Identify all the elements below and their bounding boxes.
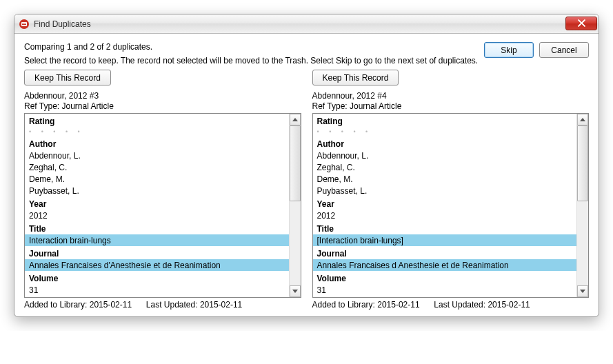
updated-value-right: 2015-02-11 bbox=[488, 300, 530, 310]
window-title: Find Duplicates bbox=[34, 19, 91, 29]
author-label: Author bbox=[313, 138, 577, 150]
cancel-button[interactable]: Cancel bbox=[539, 42, 589, 58]
added-label: Added to Library: bbox=[312, 300, 375, 310]
svg-rect-3 bbox=[22, 24, 26, 25]
pane-right: Keep This Record Abdennour, 2012 #4 Ref … bbox=[312, 70, 590, 310]
volume-value-right: 31 bbox=[313, 284, 577, 296]
instruction-text: Select the record to keep. The record no… bbox=[24, 56, 484, 65]
pane-left: Keep This Record Abdennour, 2012 #3 Ref … bbox=[24, 70, 301, 310]
author-value: Zeghal, C. bbox=[25, 161, 289, 173]
updated-label: Last Updated: bbox=[146, 300, 198, 310]
scroll-up-button[interactable] bbox=[290, 114, 301, 125]
year-value-right: 2012 bbox=[313, 210, 577, 221]
title-value-right: [Interaction brain-lungs] bbox=[313, 234, 577, 246]
footer-right: Added to Library: 2015-02-11 Last Update… bbox=[312, 300, 590, 310]
chevron-up-icon bbox=[292, 118, 298, 121]
dialog-content: Comparing 1 and 2 of 2 duplicates. Selec… bbox=[14, 34, 599, 316]
chevron-down-icon bbox=[292, 290, 298, 293]
volume-label: Volume bbox=[313, 272, 577, 284]
record-listbox-left: Rating • • • • • Author Abdennour, L. Ze… bbox=[24, 113, 301, 298]
author-value: Deme, M. bbox=[313, 173, 577, 185]
footer-left: Added to Library: 2015-02-11 Last Update… bbox=[24, 300, 301, 310]
scroll-track[interactable] bbox=[577, 125, 588, 285]
rating-label: Rating bbox=[25, 115, 289, 127]
scroll-thumb[interactable] bbox=[290, 125, 301, 201]
updated-value-left: 2015-02-11 bbox=[200, 300, 242, 310]
scroll-down-button[interactable] bbox=[577, 285, 588, 297]
rating-label: Rating bbox=[313, 115, 577, 127]
scroll-up-button[interactable] bbox=[577, 114, 588, 125]
author-value: Deme, M. bbox=[25, 173, 289, 185]
status-text: Comparing 1 and 2 of 2 duplicates. bbox=[24, 42, 484, 52]
title-value-left: Interaction brain-lungs bbox=[25, 234, 289, 246]
chevron-up-icon bbox=[580, 118, 585, 121]
title-label: Title bbox=[313, 223, 577, 234]
svg-rect-2 bbox=[22, 23, 26, 23]
find-duplicates-window: Find Duplicates Comparing 1 and 2 of 2 d… bbox=[14, 14, 599, 317]
added-value-left: 2015-02-11 bbox=[90, 300, 132, 310]
journal-label: Journal bbox=[25, 247, 289, 259]
chevron-down-icon bbox=[580, 290, 585, 293]
keep-record-left-button[interactable]: Keep This Record bbox=[24, 70, 111, 85]
author-value: Abdennour, L. bbox=[25, 150, 289, 161]
volume-label: Volume bbox=[25, 272, 289, 284]
scrollbar-left[interactable] bbox=[289, 114, 301, 297]
record-reftype-left: Ref Type: Journal Article bbox=[24, 101, 301, 111]
author-value: Puybasset, L. bbox=[25, 185, 289, 196]
scrollbar-right[interactable] bbox=[576, 114, 588, 297]
close-button[interactable] bbox=[565, 17, 597, 30]
volume-value-left: 31 bbox=[25, 284, 289, 296]
author-value: Abdennour, L. bbox=[313, 150, 577, 161]
scroll-down-button[interactable] bbox=[290, 285, 301, 297]
scroll-track[interactable] bbox=[290, 125, 301, 285]
year-label: Year bbox=[313, 198, 577, 210]
updated-label: Last Updated: bbox=[434, 300, 485, 310]
rating-value-left: • • • • • bbox=[25, 127, 289, 136]
added-value-right: 2015-02-11 bbox=[377, 300, 419, 310]
year-label: Year bbox=[25, 198, 289, 210]
titlebar[interactable]: Find Duplicates bbox=[14, 14, 599, 34]
journal-value-left: Annales Francaises d'Anesthesie et de Re… bbox=[25, 259, 289, 271]
rating-value-right: • • • • • bbox=[313, 127, 577, 136]
app-icon bbox=[19, 19, 30, 30]
record-header-left: Abdennour, 2012 #3 bbox=[24, 91, 301, 101]
author-label: Author bbox=[25, 138, 289, 150]
year-value-left: 2012 bbox=[25, 210, 289, 221]
keep-record-right-button[interactable]: Keep This Record bbox=[312, 70, 399, 85]
journal-label: Journal bbox=[313, 247, 577, 259]
scroll-thumb[interactable] bbox=[577, 125, 588, 201]
title-label: Title bbox=[25, 223, 289, 234]
author-value: Zeghal, C. bbox=[313, 161, 577, 173]
author-value: Puybasset, L. bbox=[313, 185, 577, 196]
added-label: Added to Library: bbox=[24, 300, 87, 310]
record-listbox-right: Rating • • • • • Author Abdennour, L. Ze… bbox=[312, 113, 590, 298]
skip-button[interactable]: Skip bbox=[484, 42, 534, 58]
journal-value-right: Annales Francaises d Anesthesie et de Re… bbox=[313, 259, 577, 271]
record-reftype-right: Ref Type: Journal Article bbox=[312, 101, 590, 111]
record-header-right: Abdennour, 2012 #4 bbox=[312, 91, 590, 101]
close-icon bbox=[578, 19, 585, 27]
